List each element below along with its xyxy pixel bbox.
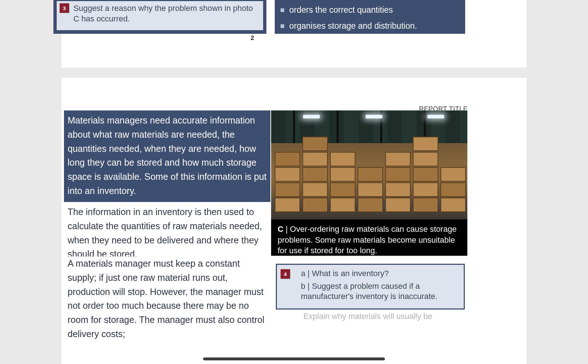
paragraph-block-2: The information in an inventory is then …	[64, 203, 270, 256]
question-number-badge: 3	[60, 3, 69, 13]
warehouse-photo	[271, 110, 467, 219]
question-4b-text: b | Suggest a problem caused if a manufa…	[301, 281, 459, 302]
question-number-badge: 4	[281, 269, 290, 279]
question-4a-text: a | What is an inventory?	[301, 268, 459, 279]
bullet-text: organises storage and distribution.	[289, 18, 417, 34]
caption-label: C	[278, 225, 283, 234]
right-column-card: orders the correct quantities organises …	[275, 0, 465, 34]
bullet-list: orders the correct quantities organises …	[281, 2, 417, 34]
photo-caption-c: C | Over-ordering raw materials can caus…	[271, 219, 467, 256]
caption-separator: |	[283, 225, 290, 234]
paragraph-block-1: Materials managers need accurate informa…	[64, 110, 270, 202]
question-text: Suggest a reason why the problem shown i…	[73, 3, 259, 27]
partial-question-5-text: Explain why materials will usually be	[303, 312, 432, 321]
question-box-4: 4 a | What is an inventory? b | Suggest …	[276, 264, 465, 310]
caption-text: Over-ordering raw materials can cause st…	[278, 225, 456, 255]
home-indicator-icon[interactable]	[203, 357, 385, 360]
square-bullet-icon	[281, 24, 284, 28]
document-page-1: orders the correct quantities organises …	[61, 0, 527, 68]
question-text-group: a | What is an inventory? b | Suggest a …	[294, 268, 459, 303]
square-bullet-icon	[281, 8, 284, 12]
page-number: 2	[251, 35, 254, 41]
left-column-card: 3 Suggest a reason why the problem shown…	[53, 0, 266, 34]
question-box-3: 3 Suggest a reason why the problem shown…	[56, 0, 264, 31]
bullet-text: orders the correct quantities	[289, 2, 393, 18]
bullet-item: orders the correct quantities	[281, 2, 417, 18]
document-page-2: REPORT TITLE Materials managers need acc…	[61, 78, 527, 364]
paragraph-block-3: A materials manager must keep a constant…	[64, 256, 270, 364]
bullet-item: organises storage and distribution.	[281, 18, 417, 34]
